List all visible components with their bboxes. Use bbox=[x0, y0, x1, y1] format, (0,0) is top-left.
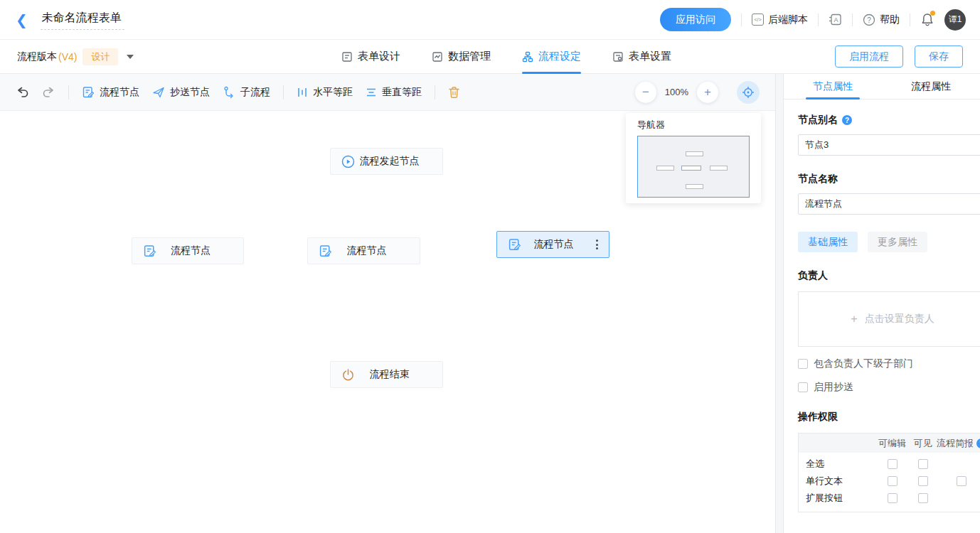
help-icon[interactable]: ? bbox=[976, 438, 980, 448]
minimap-node bbox=[686, 184, 703, 189]
divider bbox=[68, 85, 69, 99]
version-tab-bar: 流程版本(V4) 设计 表单设计 数据管理 流程设定 bbox=[0, 40, 980, 74]
checkbox[interactable] bbox=[798, 359, 808, 369]
undo-button[interactable] bbox=[16, 86, 29, 98]
permission-checkbox[interactable] bbox=[918, 493, 928, 503]
flow-node[interactable]: 流程节点 bbox=[307, 237, 420, 264]
add-subflow-button[interactable]: 子流程 bbox=[223, 86, 270, 99]
code-icon: </> bbox=[752, 14, 764, 26]
paper-plane-icon bbox=[152, 86, 165, 99]
vertical-space-button[interactable]: 垂直等距 bbox=[366, 86, 422, 99]
permission-row: 扩展按钮 bbox=[799, 490, 980, 507]
permission-checkbox[interactable] bbox=[957, 476, 966, 486]
set-assignee-button[interactable]: + 点击设置负责人 bbox=[798, 291, 980, 347]
form-settings-icon bbox=[612, 51, 624, 63]
play-circle-icon bbox=[341, 155, 355, 168]
save-button[interactable]: 保存 bbox=[915, 45, 963, 68]
page-title[interactable]: 未命名流程表单 bbox=[41, 9, 124, 30]
undo-icon bbox=[16, 86, 29, 98]
vertical-space-icon bbox=[366, 87, 377, 98]
end-node[interactable]: 流程结束 bbox=[330, 361, 443, 388]
enable-flow-button[interactable]: 启用流程 bbox=[835, 45, 903, 68]
node-menu-icon[interactable] bbox=[590, 239, 603, 249]
basic-props-button[interactable]: 基础属性 bbox=[798, 232, 858, 252]
flow-node-selected[interactable]: 流程节点 bbox=[496, 231, 609, 258]
node-alias-input[interactable] bbox=[798, 134, 980, 156]
tab-form-settings[interactable]: 表单设置 bbox=[612, 40, 671, 74]
redo-icon bbox=[42, 86, 55, 98]
version-info: 流程版本(V4) 设计 bbox=[17, 48, 134, 65]
doc-pen-icon bbox=[143, 244, 156, 258]
assignee-label: 负责人 bbox=[798, 269, 980, 282]
divider bbox=[818, 14, 819, 26]
flow-node-icon bbox=[82, 86, 95, 99]
permissions-table-body: 全选单行文本扩展按钮 bbox=[799, 453, 980, 512]
permission-checkbox[interactable] bbox=[888, 459, 898, 469]
more-props-button[interactable]: 更多属性 bbox=[868, 232, 927, 252]
fit-view-button[interactable] bbox=[737, 81, 760, 104]
divider bbox=[910, 14, 910, 26]
node-name-label: 节点名称 bbox=[798, 173, 980, 185]
sidebar-tabs: 节点属性 流程属性 bbox=[784, 74, 980, 99]
question-circle-icon: ? bbox=[863, 14, 875, 26]
tab-node-properties[interactable]: 节点属性 bbox=[784, 74, 882, 99]
permissions-label: 操作权限 bbox=[798, 411, 980, 424]
svg-text:?: ? bbox=[867, 16, 871, 23]
start-node[interactable]: 流程发起节点 bbox=[330, 148, 443, 175]
subflow-icon bbox=[223, 86, 235, 99]
permission-checkbox[interactable] bbox=[888, 476, 898, 486]
status-badge: 设计 bbox=[82, 48, 118, 65]
checkbox[interactable] bbox=[798, 382, 808, 392]
doc-pen-icon bbox=[319, 244, 332, 258]
backend-script-button[interactable]: </> 后端脚本 bbox=[752, 14, 808, 26]
permissions-table-header: 可编辑 可见 流程简报 ? bbox=[799, 434, 980, 453]
add-cc-node-button[interactable]: 抄送节点 bbox=[152, 86, 210, 99]
plus-icon: + bbox=[851, 313, 857, 325]
translate-icon: A bbox=[829, 13, 842, 26]
minimap[interactable] bbox=[637, 136, 750, 198]
help-icon[interactable]: ? bbox=[842, 115, 852, 125]
help-button[interactable]: ? 帮助 bbox=[863, 14, 900, 26]
pane-divider[interactable] bbox=[775, 74, 784, 533]
permission-row-label: 单行文本 bbox=[799, 475, 875, 488]
form-design-icon bbox=[341, 51, 353, 63]
include-sub-dept-checkbox-row[interactable]: 包含负责人下级子部门 bbox=[798, 357, 980, 370]
node-name-input[interactable] bbox=[798, 193, 980, 215]
horizontal-space-button[interactable]: 水平等距 bbox=[297, 86, 353, 99]
zoom-in-button[interactable]: + bbox=[697, 82, 718, 103]
divider bbox=[435, 85, 435, 99]
permission-checkbox[interactable] bbox=[888, 493, 898, 503]
redo-button[interactable] bbox=[42, 86, 55, 98]
minimap-node bbox=[686, 151, 703, 156]
crosshair-icon bbox=[742, 86, 755, 99]
data-manage-icon bbox=[432, 51, 443, 63]
enable-cc-checkbox-row[interactable]: 启用抄送 bbox=[798, 381, 980, 394]
notifications-button[interactable] bbox=[920, 12, 934, 27]
avatar[interactable]: 谭1 bbox=[944, 9, 966, 31]
node-alias-label: 节点别名 ? bbox=[798, 114, 980, 126]
main-tabs: 表单设计 数据管理 流程设定 表单设置 bbox=[341, 40, 671, 74]
tab-form-design[interactable]: 表单设计 bbox=[341, 40, 400, 74]
flow-node[interactable]: 流程节点 bbox=[132, 237, 244, 264]
permission-row-label: 全选 bbox=[799, 458, 875, 470]
zoom-out-button[interactable]: − bbox=[635, 82, 656, 103]
permission-row: 单行文本 bbox=[799, 473, 980, 490]
permission-checkbox[interactable] bbox=[918, 459, 928, 469]
divider bbox=[283, 85, 284, 99]
doc-pen-icon bbox=[508, 238, 521, 252]
zoom-level: 100% bbox=[665, 87, 688, 97]
back-icon[interactable]: ❮ bbox=[16, 13, 28, 27]
permission-checkbox[interactable] bbox=[918, 476, 928, 486]
app-access-button[interactable]: 应用访问 bbox=[660, 8, 731, 31]
add-flow-node-button[interactable]: 流程节点 bbox=[82, 86, 139, 99]
power-icon bbox=[341, 368, 355, 382]
translate-button[interactable]: A bbox=[829, 13, 842, 26]
permissions-table: 可编辑 可见 流程简报 ? 全选单行文本扩展按钮 bbox=[798, 433, 980, 512]
version-dropdown-caret[interactable] bbox=[127, 55, 134, 59]
tab-data-manage[interactable]: 数据管理 bbox=[432, 40, 491, 74]
tab-flow-setting[interactable]: 流程设定 bbox=[522, 40, 581, 74]
flow-canvas[interactable]: 流程发起节点 流程节点 bbox=[0, 111, 775, 533]
divider bbox=[741, 14, 742, 26]
tab-flow-properties[interactable]: 流程属性 bbox=[882, 74, 980, 99]
delete-button[interactable] bbox=[448, 86, 460, 99]
